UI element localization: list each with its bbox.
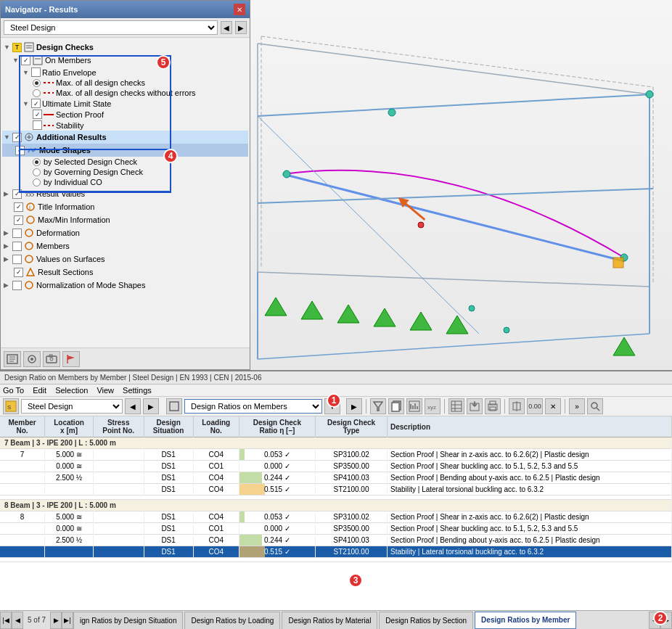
navigator-close-button[interactable]: ✕: [234, 4, 245, 15]
tree-check-ultimate[interactable]: [31, 99, 41, 108]
tree-item-by-selected[interactable]: by Selected Design Check: [2, 157, 248, 167]
toolbar-view-dropdown[interactable]: Design Ratios on Members: [184, 399, 322, 414]
menu-view[interactable]: View: [97, 386, 114, 395]
toolbar-view-icon[interactable]: [166, 398, 182, 414]
tree-item-members[interactable]: ▶ Members: [2, 239, 248, 252]
tab-by-situation[interactable]: ign Ratios by Design Situation: [73, 612, 183, 629]
tree-check-design-checks[interactable]: T: [12, 43, 22, 52]
by-individual-label: by Individual CO: [44, 178, 102, 186]
toolbar-steel-icon[interactable]: S: [3, 398, 19, 414]
table-row[interactable]: DS1CO40.515 ✓ST2100.00Stability | Latera…: [0, 546, 672, 558]
toolbar-btn-zero[interactable]: 0.00: [527, 398, 543, 414]
toolbar-btn-cross[interactable]: ✕: [545, 398, 561, 414]
tree-item-maxmin-info[interactable]: Max/Min Information: [2, 213, 248, 226]
radio-by-individual[interactable]: [33, 178, 41, 186]
tab-by-material[interactable]: Design Ratios by Material: [282, 612, 377, 629]
menu-settings[interactable]: Settings: [123, 386, 152, 395]
nav-tool-view-button[interactable]: [23, 351, 41, 367]
tree-check-ratio-envelope[interactable]: [31, 67, 41, 77]
nav-tool-results-button[interactable]: [4, 351, 21, 367]
tree-expand-on-members: ▼: [12, 57, 20, 64]
toolbar-btn-print[interactable]: [485, 398, 501, 414]
tree-item-ratio-envelope[interactable]: ▼ Ratio Envelope: [2, 67, 248, 78]
check-title-info[interactable]: [14, 202, 23, 212]
check-deformation[interactable]: [12, 229, 22, 238]
tab-by-loading[interactable]: Design Ratios by Loading: [184, 612, 280, 629]
table-row[interactable]: 2.500 ½DS1CO40.244 ✓SP4100.03Section Pro…: [0, 472, 672, 484]
ratio-bar: [239, 546, 266, 557]
toolbar-btn-settings2[interactable]: [509, 398, 525, 414]
radio-max-all[interactable]: [33, 79, 41, 87]
tab-prev-button[interactable]: ◀: [12, 612, 23, 629]
check-normalization[interactable]: [12, 281, 22, 290]
radio-by-governing[interactable]: [33, 168, 41, 176]
check-result-values[interactable]: [12, 189, 22, 199]
tree-check-additional[interactable]: [12, 133, 22, 142]
tree-item-result-sections[interactable]: Result Sections: [2, 266, 248, 279]
radio-by-selected[interactable]: [33, 158, 41, 166]
tree-item-stability[interactable]: Stability: [2, 120, 248, 131]
check-result-sections[interactable]: [14, 268, 23, 277]
tree-item-by-governing[interactable]: by Governing Design Check: [2, 167, 248, 177]
table-row[interactable]: 0.000 ≅DS1CO10.000 ✓SP3500.00Section Pro…: [0, 523, 672, 535]
tree-check-section-proof[interactable]: [33, 110, 42, 119]
tree-item-by-individual[interactable]: by Individual CO: [2, 177, 248, 187]
tab-first-button[interactable]: |◀: [0, 612, 12, 629]
tree-item-deformation[interactable]: ▶ Deformation: [2, 226, 248, 239]
toolbar-btn-chart[interactable]: [406, 398, 422, 414]
menu-edit[interactable]: Edit: [33, 386, 46, 395]
tab-by-member[interactable]: Design Ratios by Member: [475, 612, 576, 629]
radio-max-all-no-errors[interactable]: [33, 89, 41, 97]
navigator-prev-button[interactable]: ◀: [221, 21, 232, 34]
nav-tool-flag-button[interactable]: [62, 351, 80, 367]
nav-tool-camera-button[interactable]: [43, 351, 60, 367]
ratio-value: 0.053 ✓: [264, 513, 290, 521]
table-row[interactable]: DS1CO40.515 ✓ST2100.00Stability | Latera…: [0, 484, 672, 496]
toolbar-prev-view[interactable]: ◀: [125, 398, 141, 414]
svg-point-82: [591, 403, 597, 408]
tree-item-values-surfaces[interactable]: ▶ Values on Surfaces: [2, 252, 248, 266]
toolbar-btn-more[interactable]: »: [569, 398, 585, 414]
toolbar-module-dropdown[interactable]: Steel Design: [21, 399, 123, 414]
tree-item-on-members[interactable]: ▼ On Members: [2, 54, 248, 67]
tree-item-normalization[interactable]: ▶ Normalization of Mode Shapes: [2, 279, 248, 292]
toolbar-arrow-right[interactable]: ▶: [346, 398, 362, 414]
tree-item-additional-results[interactable]: ▼ Additional Results: [2, 131, 248, 144]
tab-next-button[interactable]: ▶: [50, 612, 62, 629]
tree-item-title-info[interactable]: i Title Information: [2, 200, 248, 213]
table-row[interactable]: 2.500 ½DS1CO40.244 ✓SP4100.03Section Pro…: [0, 535, 672, 546]
tree-item-max-all[interactable]: Max. of all design checks: [2, 78, 248, 88]
toolbar-next-view[interactable]: ▶: [143, 398, 159, 414]
table-row[interactable]: 0.000 ≅DS1CO10.000 ✓SP3500.00Section Pro…: [0, 461, 672, 472]
stability-label: Stability: [56, 121, 84, 130]
result-sections-icon: [25, 266, 36, 278]
tree-item-mode-shapes[interactable]: ▼ Mode Shapes: [2, 144, 248, 157]
table-row[interactable]: 85.000 ≅DS1CO40.053 ✓SP3100.02Section Pr…: [0, 511, 672, 523]
tree-item-design-checks[interactable]: ▼ T Design Checks: [2, 41, 248, 54]
toolbar-btn-search[interactable]: [587, 398, 603, 414]
navigator-module-dropdown[interactable]: Steel Design: [4, 20, 218, 35]
tab-last-button[interactable]: ▶|: [62, 612, 73, 629]
toolbar-btn-export[interactable]: [467, 398, 483, 414]
by-selected-label: by Selected Design Check: [44, 157, 137, 166]
tab-by-section[interactable]: Design Ratios by Section: [379, 612, 473, 629]
menu-goto[interactable]: Go To: [3, 386, 24, 395]
toolbar-btn-table[interactable]: [448, 398, 464, 414]
check-values-surfaces[interactable]: [12, 255, 22, 264]
menu-selection[interactable]: Selection: [55, 386, 88, 395]
toolbar-btn-filter[interactable]: [370, 398, 386, 414]
tree-check-stability[interactable]: [33, 120, 42, 130]
tree-item-max-all-no-errors[interactable]: Max. of all design checks without errors: [2, 88, 248, 98]
toolbar-btn-xyz[interactable]: xyz: [425, 398, 441, 414]
tree-check-on-members[interactable]: [21, 56, 30, 65]
check-members[interactable]: [12, 242, 22, 251]
toolbar-btn-copy[interactable]: [388, 398, 404, 414]
navigator-next-button[interactable]: ▶: [235, 21, 247, 34]
tree-item-ultimate-limit[interactable]: ▼ Ultimate Limit State: [2, 98, 248, 109]
tree-item-section-proof[interactable]: Section Proof: [2, 109, 248, 120]
tree-item-result-values[interactable]: ▶ xxx Result Values: [2, 187, 248, 200]
tree-check-mode-shapes[interactable]: [15, 146, 25, 155]
max-all-label: Max. of all design checks: [56, 78, 145, 87]
table-row[interactable]: 75.000 ≅DS1CO40.053 ✓SP3100.02Section Pr…: [0, 449, 672, 461]
check-maxmin-info[interactable]: [14, 215, 23, 225]
